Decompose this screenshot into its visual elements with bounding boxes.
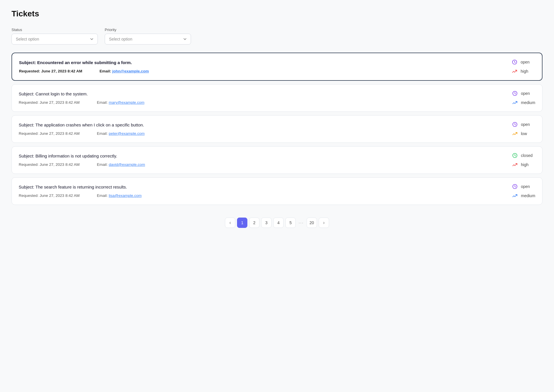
status-filter-select[interactable]: Select option Open Closed Pending [12,34,98,45]
ticket-meta: Requested: June 27, 2023 8:42 AM Email: … [19,162,501,167]
ticket-subject: Subject: Encountered an error while subm… [19,60,500,65]
ticket-meta: Requested: June 27, 2023 8:42 AM Email: … [19,100,501,105]
ticket-status-group: open medium [501,183,535,199]
pagination-page-1[interactable]: 1 [237,218,247,228]
ticket-meta: Requested: June 27, 2023 8:42 AM Email: … [19,131,501,136]
ticket-email-container: Email: john@example.com [100,69,149,73]
pagination-page-3[interactable]: 3 [261,218,272,228]
status-filter-label: Status [12,28,98,32]
ticket-subject: Subject: The search feature is returning… [19,185,501,189]
ticket-content: Subject: The search feature is returning… [19,185,501,198]
page-title: Tickets [12,9,542,18]
priority-arrow-icon [512,99,518,106]
ticket-requested: Requested: June 27, 2023 8:42 AM [19,69,82,73]
status-row: open [512,90,535,97]
ticket-status-group: closed high [501,152,535,168]
ticket-email-container: Email: david@example.com [97,162,145,167]
ticket-card[interactable]: Subject: Billing information is not upda… [12,146,542,174]
ticket-email-container: Email: peter@example.com [97,131,145,136]
ticket-requested: Requested: June 27, 2023 8:42 AM [19,162,80,167]
ticket-content: Subject: Billing information is not upda… [19,153,501,167]
ticket-card[interactable]: Subject: Cannot login to the system. Req… [12,84,542,112]
ticket-content: Subject: Encountered an error while subm… [19,60,500,73]
clock-icon [512,152,518,159]
ticket-subject: Subject: Billing information is not upda… [19,153,501,158]
ticket-meta: Requested: June 27, 2023 8:42 AM Email: … [19,69,500,73]
priority-badge: medium [521,193,535,198]
status-row: open [511,59,535,65]
priority-filter-label: Priority [105,28,191,32]
ticket-status-group: open high [500,59,535,74]
priority-badge: high [521,162,535,167]
ticket-email-link[interactable]: peter@example.com [109,131,145,136]
priority-row: low [512,130,535,137]
ticket-status-group: open low [501,121,535,137]
pagination-page-5[interactable]: 5 [285,218,296,228]
tickets-list: Subject: Encountered an error while subm… [12,53,542,208]
ticket-email-link[interactable]: david@example.com [109,162,145,167]
ticket-requested: Requested: June 27, 2023 8:42 AM [19,131,80,136]
ticket-requested: Requested: June 27, 2023 8:42 AM [19,193,80,198]
ticket-content: Subject: The application crashes when I … [19,122,501,136]
ticket-email-link[interactable]: lisa@example.com [109,193,142,198]
clock-icon [512,121,518,128]
priority-arrow-icon [512,193,518,199]
ticket-card[interactable]: Subject: The search feature is returning… [12,177,542,205]
priority-badge: medium [521,100,535,105]
priority-filter-select[interactable]: Select option High Medium Low [105,34,191,45]
ticket-card[interactable]: Subject: The application crashes when I … [12,115,542,143]
status-filter-group: Status Select option Open Closed Pending [12,28,98,45]
priority-arrow-icon [511,68,518,74]
pagination: ‹12345···20› [12,218,542,228]
status-row: open [512,121,535,128]
priority-row: high [511,68,535,74]
priority-badge: low [521,131,535,136]
status-badge: open [521,122,535,127]
ticket-email-link[interactable]: john@example.com [112,69,149,73]
ticket-content: Subject: Cannot login to the system. Req… [19,91,501,105]
status-badge: open [521,60,535,64]
ticket-email-container: Email: lisa@example.com [97,193,142,198]
priority-row: high [512,162,535,168]
clock-icon [512,183,518,190]
ticket-meta: Requested: June 27, 2023 8:42 AM Email: … [19,193,501,198]
ticket-email-container: Email: mary@example.com [97,100,144,105]
ticket-card[interactable]: Subject: Encountered an error while subm… [12,53,542,81]
clock-icon [512,90,518,97]
pagination-page-4[interactable]: 4 [273,218,284,228]
filters-bar: Status Select option Open Closed Pending… [12,28,542,45]
priority-filter-group: Priority Select option High Medium Low [105,28,191,45]
clock-icon [511,59,518,65]
pagination-dots: ··· [297,220,305,225]
ticket-subject: Subject: Cannot login to the system. [19,91,501,96]
priority-badge: high [521,69,535,74]
status-row: closed [512,152,535,159]
status-badge: closed [521,153,535,158]
pagination-next[interactable]: › [319,218,329,228]
ticket-subject: Subject: The application crashes when I … [19,122,501,127]
pagination-page-2[interactable]: 2 [249,218,259,228]
ticket-status-group: open medium [501,90,535,106]
priority-row: medium [512,193,535,199]
priority-arrow-icon [512,130,518,137]
status-badge: open [521,184,535,189]
pagination-last-page[interactable]: 20 [307,218,317,228]
status-row: open [512,183,535,190]
priority-row: medium [512,99,535,106]
ticket-requested: Requested: June 27, 2023 8:42 AM [19,100,80,105]
pagination-prev[interactable]: ‹ [225,218,235,228]
priority-arrow-icon [512,162,518,168]
status-badge: open [521,91,535,96]
ticket-email-link[interactable]: mary@example.com [109,100,144,105]
